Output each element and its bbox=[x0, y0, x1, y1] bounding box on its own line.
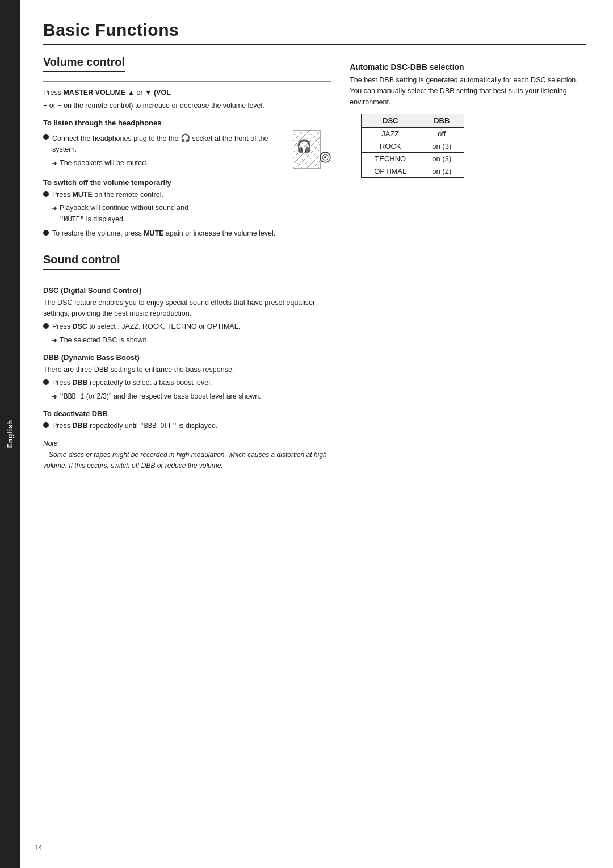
mute-bullet2: To restore the volume, press MUTE again … bbox=[43, 228, 331, 239]
page-wrapper: English Basic Functions Volume control P… bbox=[0, 0, 613, 868]
bbb-off-display: "BBB OFF" bbox=[140, 422, 177, 430]
headphones-text: Connect the headphones plug to the the 🎧… bbox=[43, 130, 287, 170]
deactivate-bullet1-content: Press DBB repeatedly until "BBB OFF" is … bbox=[52, 421, 331, 432]
dbb-bullet1: Press DBB repeatedly to select a bass bo… bbox=[43, 378, 331, 388]
mute-subtitle: To switch off the volume temporarily bbox=[43, 178, 331, 187]
table-row: OPTIMALon (2) bbox=[362, 165, 464, 178]
dsc-dbb-table: DSC DBB JAZZoffROCKon (3)TECHNOon (3)OPT… bbox=[361, 114, 464, 178]
press-mastervolume-line: Press MASTER VOLUME ▲ or ▼ (VOL bbox=[43, 87, 331, 98]
table-row: JAZZoff bbox=[362, 128, 464, 140]
dbb-col-header: DBB bbox=[419, 114, 464, 128]
table-row: ROCKon (3) bbox=[362, 140, 464, 153]
page-number: 14 bbox=[34, 844, 42, 852]
dbb-subtitle: DBB (Dynamic Bass Boost) bbox=[43, 353, 331, 362]
dsc-arrow1: ➜ The selected DSC is shown. bbox=[51, 335, 331, 346]
dbb-arrow1: ➜ "BBB 1 (or 2/3)" and the respective ba… bbox=[51, 391, 331, 402]
dbb-display: "BBB 1 bbox=[60, 393, 84, 401]
mute-display: "MUTE" bbox=[60, 216, 84, 224]
dsc-bold: DSC bbox=[72, 322, 87, 330]
vol-bold: ▼ (VOL bbox=[145, 89, 171, 97]
headphone-svg: 🎧 bbox=[293, 130, 331, 169]
headphones-section: Connect the headphones plug to the the 🎧… bbox=[43, 130, 331, 170]
right-column: Automatic DSC-DBB selection The best DBB… bbox=[350, 56, 586, 471]
dbb-cell: on (3) bbox=[419, 153, 464, 165]
bullet-icon-2 bbox=[43, 191, 49, 197]
svg-line-12 bbox=[318, 166, 320, 169]
mute-bullet1-content: Press MUTE on the remote control. bbox=[52, 190, 331, 200]
svg-line-10 bbox=[306, 155, 320, 169]
sidebar-language-label: English bbox=[6, 420, 14, 448]
dsc-body: The DSC feature enables you to enjoy spe… bbox=[43, 297, 331, 320]
volume-control-title: Volume control bbox=[43, 56, 125, 72]
sound-control-title: Sound control bbox=[43, 253, 120, 270]
dbb-bold: DBB bbox=[72, 379, 87, 387]
dsc-cell: OPTIMAL bbox=[362, 165, 419, 178]
deactivate-bullet1: Press DBB repeatedly until "BBB OFF" is … bbox=[43, 421, 331, 432]
dsc-cell: TECHNO bbox=[362, 153, 419, 165]
table-row: TECHNOon (3) bbox=[362, 153, 464, 165]
volume-level-line: + or − on the remote control) to increas… bbox=[43, 100, 331, 111]
mute-bold: MUTE bbox=[72, 191, 92, 199]
headphone-illustration: 🎧 bbox=[293, 130, 331, 169]
deactivate-subtitle: To deactivate DBB bbox=[43, 409, 331, 418]
bullet-icon bbox=[43, 134, 49, 140]
dbb-bullet1-content: Press DBB repeatedly to select a bass bo… bbox=[52, 378, 331, 388]
dbb-cell: on (2) bbox=[419, 165, 464, 178]
headphones-subtitle: To listen through the headphones bbox=[43, 119, 331, 127]
svg-text:🎧: 🎧 bbox=[296, 139, 312, 154]
mastervolume-bold: MASTER VOLUME ▲ bbox=[63, 89, 135, 97]
svg-line-1 bbox=[293, 130, 299, 136]
page-title: Basic Functions bbox=[43, 20, 586, 45]
auto-dsc-section: Automatic DSC-DBB selection The best DBB… bbox=[350, 62, 586, 178]
sound-control-section: Sound control DSC (Digital Sound Control… bbox=[43, 253, 331, 471]
sidebar: English bbox=[0, 0, 20, 868]
note-section: Note: – Some discs or tapes might be rec… bbox=[43, 438, 331, 471]
deactivate-dbb-bold: DBB bbox=[72, 422, 87, 430]
dbb-cell: on (3) bbox=[419, 140, 464, 153]
dsc-bullet1-content: Press DSC to select : JAZZ, ROCK, TECHNO… bbox=[52, 321, 331, 332]
bullet-icon-5 bbox=[43, 379, 49, 385]
dsc-subtitle: DSC (Digital Sound Control) bbox=[43, 286, 331, 295]
headphones-bullet-content: Connect the headphones plug to the the 🎧… bbox=[52, 132, 287, 156]
dsc-col-header: DSC bbox=[362, 114, 419, 128]
dsc-cell: JAZZ bbox=[362, 128, 419, 140]
volume-control-section: Volume control Press MASTER VOLUME ▲ or … bbox=[43, 56, 331, 240]
dbb-body: There are three DBB settings to enhance … bbox=[43, 364, 331, 375]
auto-dsc-body: The best DBB setting is generated automa… bbox=[350, 75, 586, 108]
note-label: Note: bbox=[43, 439, 60, 447]
mute-bold-2: MUTE bbox=[144, 229, 163, 237]
mute-arrow1: ➜ Playback will continue without sound a… bbox=[51, 203, 331, 225]
dsc-bullet1: Press DSC to select : JAZZ, ROCK, TECHNO… bbox=[43, 321, 331, 332]
left-column: Volume control Press MASTER VOLUME ▲ or … bbox=[43, 56, 331, 471]
headphones-arrow: ➜ The speakers will be muted. bbox=[51, 158, 287, 169]
headphone-icon-inline: 🎧 bbox=[180, 133, 190, 142]
mute-bullet2-content: To restore the volume, press MUTE again … bbox=[52, 228, 331, 239]
headphones-bullet: Connect the headphones plug to the the 🎧… bbox=[43, 132, 287, 156]
dbb-cell: off bbox=[419, 128, 464, 140]
dsc-cell: ROCK bbox=[362, 140, 419, 153]
main-content: Basic Functions Volume control Press MAS… bbox=[20, 0, 613, 868]
bullet-icon-4 bbox=[43, 323, 49, 329]
auto-dsc-subtitle: Automatic DSC-DBB selection bbox=[350, 62, 586, 72]
svg-point-16 bbox=[324, 156, 326, 158]
bullet-icon-6 bbox=[43, 422, 49, 428]
note-body: – Some discs or tapes might be recorded … bbox=[43, 451, 327, 469]
mute-bullet1: Press MUTE on the remote control. bbox=[43, 190, 331, 200]
two-col-layout: Volume control Press MASTER VOLUME ▲ or … bbox=[43, 56, 586, 471]
bullet-icon-3 bbox=[43, 230, 49, 236]
